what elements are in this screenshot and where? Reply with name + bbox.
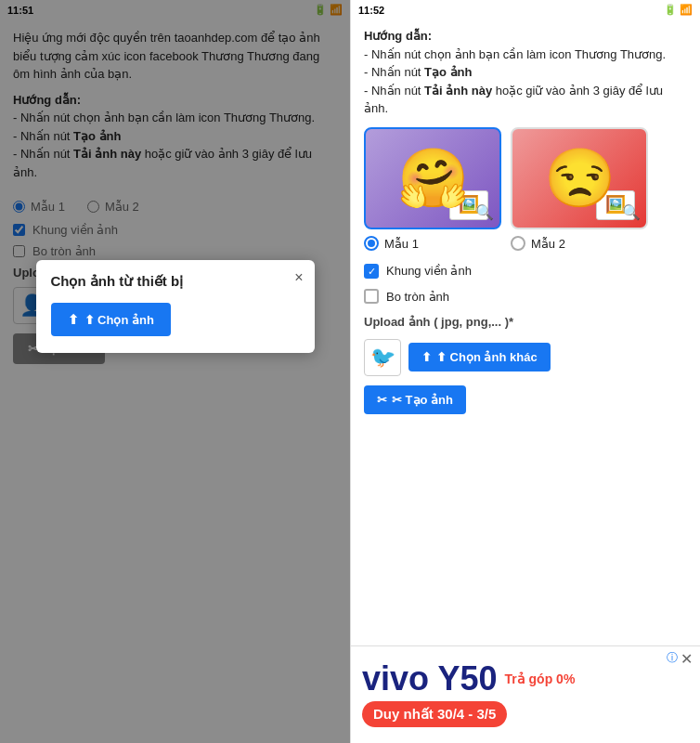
upload-section-right: Upload ảnh ( jpg, png,... )* 🐦 ⬆ ⬆ Chọn … (364, 313, 687, 414)
ad-promo-container: Duy nhất 30/4 - 3/5 (362, 696, 689, 727)
emoji-card-2[interactable]: 😒 🖼️ 🔍 (511, 127, 648, 229)
dialog-title: Chọn ảnh từ thiết bị (51, 273, 300, 290)
dialog-chon-anh-button[interactable]: ⬆ ⬆ Chọn ảnh (51, 303, 171, 336)
bo-tron-checkbox-right[interactable] (364, 289, 379, 304)
mau1-label-right: Mẫu 1 (364, 235, 501, 254)
avatar-placeholder-right: 🐦 (364, 339, 401, 376)
ad-brand: vivo Y50 (362, 662, 497, 696)
dialog-close-button[interactable]: × (294, 269, 303, 286)
mau2-radio-dot (511, 236, 525, 251)
right-main-content: Hướng dẫn: - Nhấn nút chọn ảnh bạn cần l… (351, 20, 700, 422)
emoji-cards-row: 🤗 🖼️ 🔍 😒 🖼️ 🔍 (364, 127, 687, 229)
bo-tron-row-right: Bo tròn ảnh (364, 288, 687, 306)
tao-anh-button-right[interactable]: ✂ ✂ Tạo ảnh (364, 385, 466, 414)
mau1-radio-dot (364, 236, 379, 251)
mau2-label-right: Mẫu 2 (511, 235, 648, 254)
emoji-card-1[interactable]: 🤗 🖼️ 🔍 (364, 127, 501, 229)
ad-banner: ⓘ ✕ vivo Y50 Trả góp 0% Duy nhất 30/4 - … (351, 645, 700, 743)
emoji-face-2: 😒 (544, 135, 616, 221)
left-panel: 11:51 🔋 📶 Hiệu ứng mới độc quyền trên ta… (0, 0, 350, 743)
emoji-face-1: 🤗 (397, 135, 469, 221)
dialog-box: Chọn ảnh từ thiết bị × ⬆ ⬆ Chọn ảnh (36, 260, 315, 353)
icons-right: 🔋 📶 (664, 4, 693, 16)
ad-tra-gop: Trả góp 0% (504, 671, 575, 686)
zoom-icon-1: 🔍 (475, 202, 494, 224)
step3-right: - Nhấn nút Tải ảnh này hoặc giữ vào ảnh … (364, 82, 687, 118)
ad-inner: ⓘ ✕ vivo Y50 Trả góp 0% Duy nhất 30/4 - … (351, 646, 700, 743)
upload-label-right: Upload ảnh ( jpg, png,... )* (364, 313, 687, 332)
step1-right: - Nhấn nút chọn ảnh bạn cần làm icon Thư… (364, 46, 687, 64)
status-bar-right: 11:52 🔋 📶 (351, 0, 700, 20)
ad-info-icon[interactable]: ⓘ (667, 650, 678, 666)
upload-row-right: 🐦 ⬆ ⬆ Chọn ảnh khác (364, 339, 687, 376)
huong-dan-label-right: Hướng dẫn: (364, 27, 687, 46)
sample-label-row: Mẫu 1 Mẫu 2 (364, 235, 687, 254)
zoom-icon-2: 🔍 (622, 202, 641, 224)
upload-icon-right: ⬆ (421, 350, 432, 364)
step2-right: - Nhấn nút Tạo ảnh (364, 63, 687, 82)
ad-promo-text: Duy nhất 30/4 - 3/5 (362, 701, 507, 727)
right-panel: 11:52 🔋 📶 Hướng dẫn: - Nhấn nút chọn ảnh… (350, 0, 700, 743)
khung-vien-row-right: ✓ Khung viền ảnh (364, 262, 687, 280)
dialog-overlay: Chọn ảnh từ thiết bị × ⬆ ⬆ Chọn ảnh (0, 0, 350, 743)
ad-close-button[interactable]: ✕ (681, 650, 693, 668)
chon-anh-khac-button[interactable]: ⬆ ⬆ Chọn ảnh khác (408, 343, 551, 372)
ad-title-row: vivo Y50 Trả góp 0% (362, 662, 689, 696)
upload-icon-dialog: ⬆ (68, 312, 79, 327)
scissors-icon-right: ✂ (377, 393, 387, 407)
khung-vien-checkbox-right[interactable]: ✓ (364, 264, 379, 279)
time-right: 11:52 (358, 5, 384, 16)
